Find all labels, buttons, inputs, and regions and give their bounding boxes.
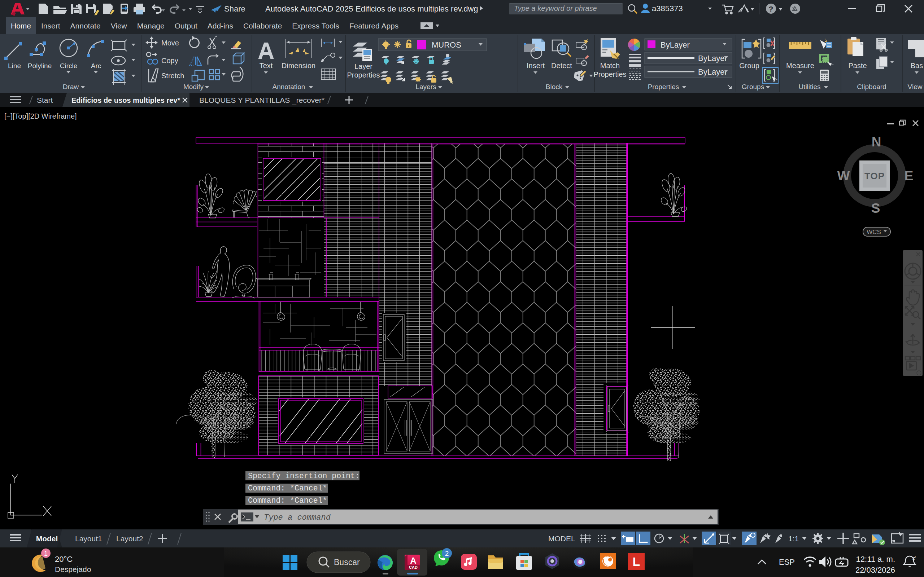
svg-text:Circle: Circle	[60, 62, 78, 69]
svg-text:MODEL: MODEL	[548, 534, 575, 543]
svg-text:1: 1	[44, 550, 48, 557]
svg-text:Dimension: Dimension	[281, 62, 315, 69]
svg-text:E: E	[905, 168, 914, 183]
svg-text:Edificios de usos multiples re: Edificios de usos multiples rev.dwg	[355, 4, 478, 13]
svg-text:WCS: WCS	[867, 229, 881, 235]
svg-text:Specify insertion point:: Specify insertion point:	[248, 472, 360, 480]
svg-text:Layout2: Layout2	[116, 534, 143, 543]
svg-text:Start: Start	[37, 96, 53, 104]
svg-text:MUROS: MUROS	[432, 40, 461, 49]
svg-text:Properties: Properties	[347, 71, 380, 79]
svg-text:Command: *Cancel*: Command: *Cancel*	[248, 496, 327, 505]
svg-text:Share: Share	[224, 4, 246, 13]
svg-text:Autodesk AutoCAD 2025: Autodesk AutoCAD 2025	[265, 4, 353, 13]
svg-text:Buscar: Buscar	[334, 558, 360, 567]
svg-text:BLOQUES Y PLANTILLAS _recover*: BLOQUES Y PLANTILLAS _recover*	[199, 96, 325, 105]
svg-text:Despejado: Despejado	[55, 565, 91, 574]
svg-text:ByLayer: ByLayer	[698, 68, 727, 76]
svg-text:Copy: Copy	[162, 56, 178, 64]
svg-text:?: ?	[769, 5, 774, 13]
svg-text:Draw: Draw	[63, 83, 79, 90]
svg-text:Insert: Insert	[527, 62, 544, 69]
svg-text:20°C: 20°C	[55, 554, 73, 564]
svg-text:Block: Block	[546, 83, 563, 90]
svg-text:A: A	[258, 38, 274, 64]
svg-text:N: N	[872, 134, 881, 149]
svg-text:1:1: 1:1	[788, 534, 799, 543]
svg-text:Properties: Properties	[593, 70, 626, 78]
svg-text:Detect: Detect	[551, 62, 572, 69]
svg-text:2: 2	[445, 550, 449, 557]
svg-text:z: z	[914, 554, 916, 559]
svg-text:CAD: CAD	[409, 565, 418, 569]
svg-text:Edificios de usos multiples re: Edificios de usos multiples rev*	[71, 96, 180, 104]
svg-text:L: L	[633, 554, 640, 568]
svg-text:S: S	[871, 201, 880, 216]
svg-text:Arc: Arc	[91, 62, 102, 69]
svg-text:22/03/2026: 22/03/2026	[855, 566, 895, 574]
svg-text:Command: *Cancel*: Command: *Cancel*	[248, 484, 327, 493]
svg-text:TOP: TOP	[864, 171, 885, 181]
svg-text:Groups: Groups	[742, 83, 764, 90]
svg-text:Line: Line	[8, 62, 21, 69]
svg-text:Layers: Layers	[415, 83, 436, 90]
svg-text:Annotation: Annotation	[273, 83, 305, 90]
svg-text:Stretch: Stretch	[162, 72, 184, 80]
svg-text:[−][Top][2D Wireframe]: [−][Top][2D Wireframe]	[4, 112, 77, 120]
svg-text:Type a command: Type a command	[264, 513, 331, 522]
svg-text:Utilities: Utilities	[798, 83, 821, 90]
svg-text:Text: Text	[260, 62, 273, 69]
svg-text:Properties: Properties	[648, 83, 679, 90]
svg-text:Match: Match	[600, 62, 620, 69]
svg-text:Move: Move	[162, 39, 179, 47]
svg-text:Modify: Modify	[183, 83, 204, 90]
svg-text:W: W	[837, 168, 850, 183]
svg-text:A: A	[410, 556, 416, 566]
svg-text:Polyline: Polyline	[28, 62, 52, 69]
svg-text:Layout1: Layout1	[75, 534, 102, 543]
svg-text:ByLayer: ByLayer	[661, 40, 690, 49]
svg-text:Layer: Layer	[354, 62, 373, 70]
svg-text:a385373: a385373	[652, 4, 683, 13]
svg-text:Type a keyword or phrase: Type a keyword or phrase	[514, 4, 597, 12]
svg-text:ByLayer: ByLayer	[698, 54, 727, 63]
svg-text:ESP: ESP	[779, 558, 795, 567]
svg-text:View: View	[908, 83, 922, 90]
svg-text:12:11 a. m.: 12:11 a. m.	[856, 554, 895, 564]
svg-text:Clipboard: Clipboard	[857, 83, 886, 90]
svg-text:Measure: Measure	[786, 62, 814, 69]
svg-text:Paste: Paste	[848, 62, 867, 69]
svg-text:Group: Group	[739, 62, 759, 69]
svg-text:Model: Model	[36, 534, 58, 543]
svg-text:Bas: Bas	[911, 62, 923, 69]
